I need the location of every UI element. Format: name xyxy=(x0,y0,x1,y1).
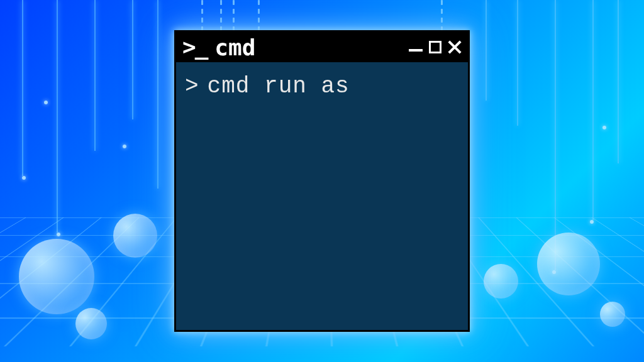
terminal-body[interactable]: > cmd run as xyxy=(176,62,468,330)
terminal-prompt-icon: >_ xyxy=(182,36,207,58)
window-controls xyxy=(409,40,462,54)
minimize-button[interactable] xyxy=(409,49,423,52)
titlebar[interactable]: >_ cmd xyxy=(176,32,468,62)
terminal-window: >_ cmd > cmd run as xyxy=(174,30,470,332)
close-button[interactable] xyxy=(448,40,462,54)
command-input-text[interactable]: cmd run as xyxy=(208,74,350,99)
command-line: > cmd run as xyxy=(185,74,459,99)
window-title: cmd xyxy=(214,35,255,60)
maximize-button[interactable] xyxy=(429,41,441,53)
prompt-symbol: > xyxy=(185,74,199,99)
